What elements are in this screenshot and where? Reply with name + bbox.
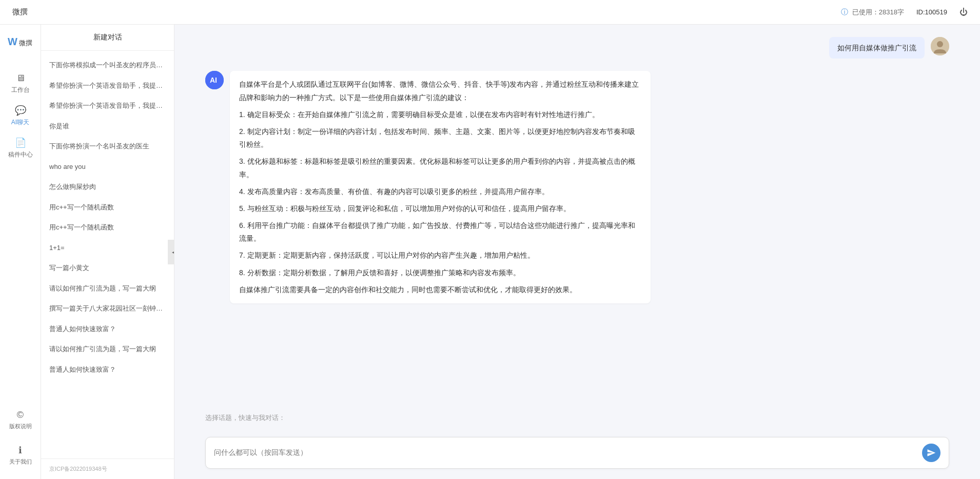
prompt-label: 选择话题，快速与我对话： [205,413,949,423]
ai-chat-icon: 💬 [15,105,26,116]
ai-paragraph: 自媒体平台是个人或团队通过互联网平台(如博客、微博、微信公众号、抖音、快手等)发… [239,78,641,104]
user-message-text: 如何用自媒体做推广引流 [829,37,925,59]
power-icon[interactable]: ⏻ [959,8,968,17]
id-label: ID:100519 [916,8,947,16]
svg-text:微撰: 微撰 [19,39,32,47]
sidebar-history-item[interactable]: 用c++写一个随机函数 [41,217,174,238]
svg-text:W: W [8,36,17,47]
sidebar-history-item[interactable]: 用c++写一个随机函数 [41,197,174,218]
user-avatar [931,37,949,55]
copyright-icon: © [17,410,24,420]
components-icon: 📄 [15,137,26,148]
input-box [205,437,949,469]
left-nav: W 微撰 🖥 工作台 💬 AI聊天 📄 稿件中心 © 版权说明 ℹ 关于我们 [0,25,41,479]
main-layout: W 微撰 🖥 工作台 💬 AI聊天 📄 稿件中心 © 版权说明 ℹ 关于我们 [0,25,980,479]
ai-paragraph: 7. 定期更新：定期更新内容，保持活跃度，可以让用户对你的内容产生兴趣，增加用户… [239,249,641,262]
chat-input[interactable] [214,447,922,459]
sidebar-history-item[interactable]: 普通人如何快速致富？ [41,319,174,339]
ai-paragraph: 2. 制定内容计划：制定一份详细的内容计划，包括发布时间、频率、主题、文案、图片… [239,125,641,151]
sidebar-item-components[interactable]: 📄 稿件中心 [0,132,41,164]
svg-text:AI: AI [210,76,217,84]
chat-sidebar: 新建对话 下面你将模拟成一个叫圣友的程序员、我说...希望你扮演一个英语发音助手… [41,25,174,479]
collapse-sidebar-button[interactable]: ◀ [168,240,174,264]
send-button[interactable] [922,444,940,462]
ai-paragraph: 6. 利用平台推广功能：自媒体平台都提供了推广功能，如广告投放、付费推广等，可以… [239,219,641,245]
svg-point-3 [937,41,943,47]
ai-paragraph: 3. 优化标题和标签：标题和标签是吸引粉丝的重要因素。优化标题和标签可以让更多的… [239,155,641,181]
ai-message: AI 自媒体平台是个人或团队通过互联网平台(如博客、微博、微信公众号、抖音、快手… [205,71,949,303]
ai-paragraph: 5. 与粉丝互动：积极与粉丝互动，回复评论和私信，可以增加用户对你的认可和信任，… [239,202,641,215]
ai-avatar: AI [205,71,224,89]
about-label: 关于我们 [9,458,32,466]
workbench-label: 工作台 [11,86,30,94]
sidebar-item-copyright[interactable]: © 版权说明 [9,405,32,435]
sidebar-history-item[interactable]: 你是谁 [41,116,174,137]
ai-message-content: 自媒体平台是个人或团队通过互联网平台(如博客、微博、微信公众号、抖音、快手等)发… [230,71,651,303]
info-icon: ⓘ [841,8,848,16]
prompt-area: 选择话题，快速与我对话： [174,413,980,431]
icp-text: 京ICP备2022019348号 [41,458,174,479]
ai-paragraph: 自媒体推广引流需要具备一定的内容创作和社交能力，同时也需要不断尝试和优化，才能取… [239,283,641,296]
sidebar-history-item[interactable]: who are you [41,157,174,177]
sidebar-history-item[interactable]: 写一篇小黄文 [41,258,174,278]
sidebar-history-item[interactable]: 请以如何推广引流为题，写一篇大纲 [41,278,174,299]
topbar-right: ⓘ 已使用：28318字 ID:100519 ⏻ [841,8,968,17]
sidebar-history-item[interactable]: 1+1= [41,238,174,258]
user-message: 如何用自媒体做推广引流 [205,37,949,59]
usage-label: 已使用：28318字 [852,8,904,16]
topbar: 微撰 ⓘ 已使用：28318字 ID:100519 ⏻ [0,0,980,25]
ai-paragraph: 1. 确定目标受众：在开始自媒体推广引流之前，需要明确目标受众是谁，以便在发布内… [239,108,641,121]
chat-messages: 如何用自媒体做推广引流 AI 自媒体平台是个人或团队通过互联网平台(如博客、微博… [174,25,980,413]
nav-logo: W 微撰 [8,33,33,51]
topbar-title: 微撰 [12,7,28,17]
usage-info: ⓘ 已使用：28318字 [841,8,904,17]
sidebar-history-item[interactable]: 撰写一篇关于八大家花园社区一刻钟便民生... [41,298,174,319]
sidebar-history-item[interactable]: 下面你将扮演一个名叫圣友的医生 [41,136,174,157]
sidebar-item-about[interactable]: ℹ 关于我们 [9,439,32,471]
chat-input-area [174,431,980,479]
chat-history-list: 下面你将模拟成一个叫圣友的程序员、我说...希望你扮演一个英语发音助手，我提供给… [41,51,174,458]
sidebar-history-item[interactable]: 怎么做狗屎炒肉 [41,177,174,197]
nav-bottom: © 版权说明 ℹ 关于我们 [9,405,32,471]
workbench-icon: 🖥 [16,73,25,84]
ai-chat-label: AI聊天 [11,118,29,127]
sidebar-history-item[interactable]: 普通人如何快速致富？ [41,359,174,380]
sidebar-history-item[interactable]: 请以如何推广引流为题，写一篇大纲 [41,339,174,359]
sidebar-item-workbench[interactable]: 🖥 工作台 [0,68,41,100]
new-chat-button[interactable]: 新建对话 [41,25,174,51]
ai-paragraph: 8. 分析数据：定期分析数据，了解用户反馈和喜好，以便调整推广策略和内容发布频率… [239,266,641,279]
about-icon: ℹ [18,445,22,456]
copyright-label: 版权说明 [9,423,32,430]
sidebar-history-item[interactable]: 下面你将模拟成一个叫圣友的程序员、我说... [41,55,174,75]
ai-paragraph: 4. 发布高质量内容：发布高质量、有价值、有趣的内容可以吸引更多的粉丝，并提高用… [239,185,641,198]
sidebar-history-item[interactable]: 希望你扮演一个英语发音助手，我提供给你... [41,75,174,96]
chat-area: 如何用自媒体做推广引流 AI 自媒体平台是个人或团队通过互联网平台(如博客、微博… [174,25,980,479]
sidebar-item-ai-chat[interactable]: 💬 AI聊天 [0,100,41,132]
sidebar-history-item[interactable]: 希望你扮演一个英语发音助手，我提供给你... [41,95,174,116]
components-label: 稿件中心 [8,150,33,159]
